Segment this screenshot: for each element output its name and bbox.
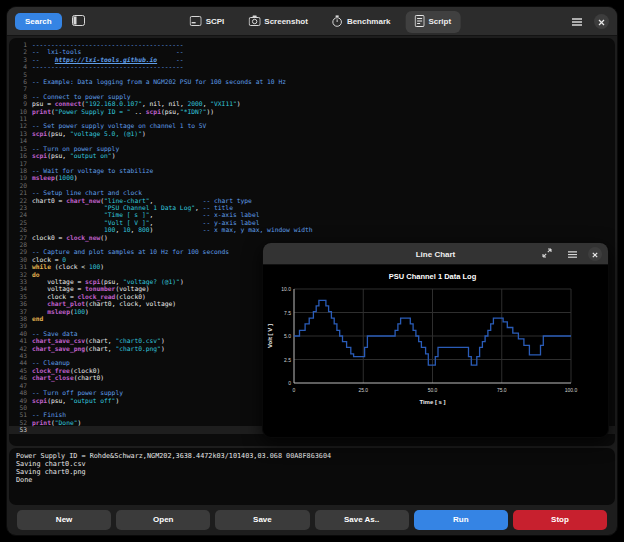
line-chart-window: Line Chart [262, 242, 609, 438]
svg-text:PSU Channel 1 Data Log: PSU Channel 1 Data Log [389, 272, 477, 281]
tab-benchmark[interactable]: Benchmark [323, 11, 400, 33]
svg-text:0: 0 [288, 380, 291, 386]
console-line: Power Supply ID = Rohde&Schwarz,NGM202,3… [16, 452, 608, 460]
stop-button[interactable]: Stop [513, 510, 607, 530]
svg-text:Time [ s ]: Time [ s ] [419, 399, 445, 405]
svg-text:Volt [ V ]: Volt [ V ] [267, 324, 273, 348]
benchmark-icon [332, 15, 343, 29]
code-line[interactable]: 24 "Time [ s ]", -- x-axis label [9, 211, 615, 218]
code-line[interactable]: 15-- Turn on power supply [9, 145, 615, 152]
chart-expand-button[interactable] [538, 245, 556, 263]
svg-text:0: 0 [293, 387, 296, 393]
code-line[interactable]: 27clock0 = clock_new() [9, 234, 615, 241]
tab-label: Script [428, 17, 451, 26]
svg-text:25.0: 25.0 [358, 387, 368, 393]
titlebar-right-controls [568, 12, 609, 30]
main-window: Search SCPI [6, 6, 618, 536]
tab-script[interactable]: Script [405, 11, 460, 33]
sidebar-toggle-icon [72, 14, 85, 29]
close-icon [592, 246, 598, 261]
console-line: Done [16, 476, 608, 484]
svg-text:50.0: 50.0 [428, 387, 438, 393]
save-as-button[interactable]: Save As.. [315, 510, 409, 530]
tab-scpi[interactable]: SCPI [181, 12, 234, 32]
app-menu-button[interactable] [568, 12, 586, 30]
code-line[interactable]: 21-- Setup line chart and clock [9, 189, 615, 196]
code-line[interactable]: 14 [9, 137, 615, 144]
sidebar-toggle-button[interactable] [70, 12, 88, 30]
code-line[interactable]: 5 [9, 71, 615, 78]
code-line[interactable]: 26 100, 10, 800) -- x max, y max, window… [9, 226, 615, 233]
svg-text:7.5: 7.5 [284, 310, 291, 316]
run-button[interactable]: Run [414, 510, 508, 530]
code-line[interactable]: 25 "Volt [ V ]", -- y-axis label [9, 219, 615, 226]
chart-window-controls [538, 245, 602, 263]
chart-menu-button[interactable] [563, 245, 581, 263]
code-line[interactable]: 17 [9, 160, 615, 167]
code-line[interactable]: 12-- Set power supply voltage on channel… [9, 122, 615, 129]
code-line[interactable]: 11 [9, 115, 615, 122]
tab-label: SCPI [206, 17, 225, 26]
code-line[interactable]: 19msleep(1000) [9, 174, 615, 181]
tab-label: Screenshot [264, 17, 308, 26]
app-titlebar[interactable]: Search SCPI [7, 7, 617, 36]
code-line[interactable]: 10print("Power Supply ID = " .. scpi(psu… [9, 108, 615, 115]
code-line[interactable]: 22chart0 = chart_new("line-chart", -- ch… [9, 197, 615, 204]
script-icon [414, 15, 424, 29]
code-line[interactable]: 20 [9, 182, 615, 189]
code-line[interactable]: 18-- Wait for voltage to stabilize [9, 167, 615, 174]
new-button[interactable]: New [17, 510, 111, 530]
scpi-icon [190, 16, 202, 28]
svg-text:10.0: 10.0 [281, 286, 291, 292]
svg-text:5.0: 5.0 [284, 333, 291, 339]
code-line[interactable]: 2-- lxi-tools -- [9, 48, 615, 55]
code-line[interactable]: 23 "PSU Channel 1 Data Log", -- title [9, 204, 615, 211]
line-chart-svg: 025.050.075.0100.002.55.07.510.0PSU Chan… [263, 265, 609, 437]
code-line[interactable]: 13scpi(psu, "voltage 5.0, (@1)") [9, 130, 615, 137]
output-console[interactable]: Power Supply ID = Rohde&Schwarz,NGM202,3… [9, 448, 615, 505]
console-line: Saving chart0.png [16, 468, 608, 476]
code-line[interactable]: 9psu = connect("192.168.0.107", nil, nil… [9, 100, 615, 107]
hamburger-menu-icon [568, 246, 577, 261]
button-bar: New Open Save Save As.. Run Stop [7, 504, 617, 535]
window-close-button[interactable] [594, 14, 609, 29]
code-line[interactable]: 16scpi(psu, "output on") [9, 152, 615, 159]
app-window: Search SCPI [0, 0, 624, 542]
code-line[interactable]: 3-- https://lxi-tools.github.io -- [9, 56, 615, 63]
view-tabs: SCPI Screenshot [181, 7, 461, 36]
code-line[interactable]: 7 [9, 85, 615, 92]
tab-screenshot[interactable]: Screenshot [239, 11, 317, 32]
code-line[interactable]: 8-- Connect to power supply [9, 93, 615, 100]
svg-text:75.0: 75.0 [497, 387, 507, 393]
code-line[interactable]: 4---------------------------------------… [9, 63, 615, 70]
tab-label: Benchmark [347, 17, 391, 26]
svg-text:100.0: 100.0 [565, 387, 578, 393]
code-line[interactable]: 1---------------------------------------… [9, 41, 615, 48]
chart-window-titlebar[interactable]: Line Chart [263, 243, 608, 265]
search-button[interactable]: Search [15, 13, 62, 30]
open-button[interactable]: Open [116, 510, 210, 530]
chart-close-button[interactable] [588, 247, 602, 261]
expand-icon [542, 246, 552, 261]
hamburger-menu-icon [572, 14, 582, 29]
save-button[interactable]: Save [215, 510, 309, 530]
svg-text:2.5: 2.5 [284, 357, 291, 363]
code-line[interactable]: 6-- Example: Data logging from a NGM202 … [9, 78, 615, 85]
screenshot-icon [248, 15, 260, 28]
close-icon [598, 14, 605, 29]
console-line: Saving chart0.csv [16, 460, 608, 468]
